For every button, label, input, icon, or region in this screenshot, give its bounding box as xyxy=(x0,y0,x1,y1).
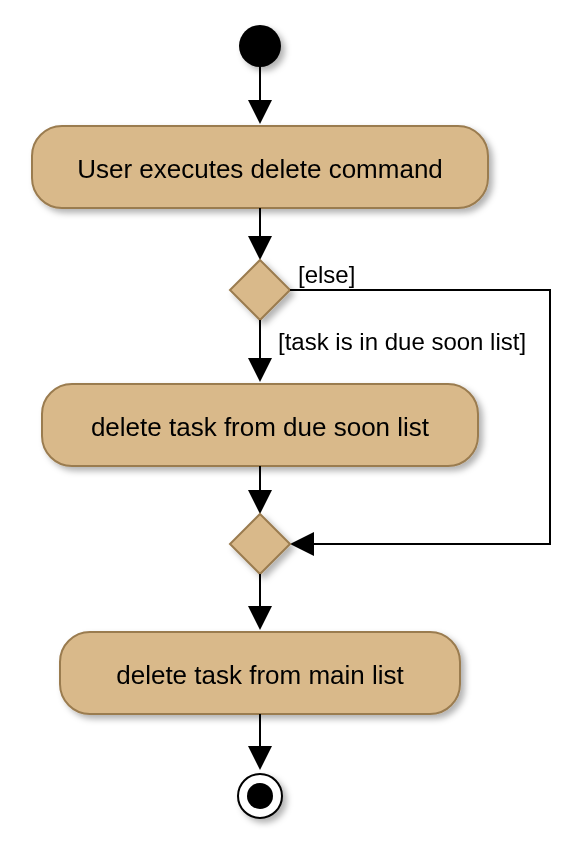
activity-label: User executes delete command xyxy=(77,154,443,184)
activity-label: delete task from due soon list xyxy=(91,412,430,442)
decision-node xyxy=(230,260,290,320)
guard-else: [else] xyxy=(298,261,355,288)
merge-node xyxy=(230,514,290,574)
activity-diagram: User executes delete command [else] [tas… xyxy=(0,0,586,850)
activity-label: delete task from main list xyxy=(116,660,404,690)
guard-duesoon: [task is in due soon list] xyxy=(278,328,526,355)
end-node-dot xyxy=(247,783,273,809)
start-node xyxy=(239,25,281,67)
